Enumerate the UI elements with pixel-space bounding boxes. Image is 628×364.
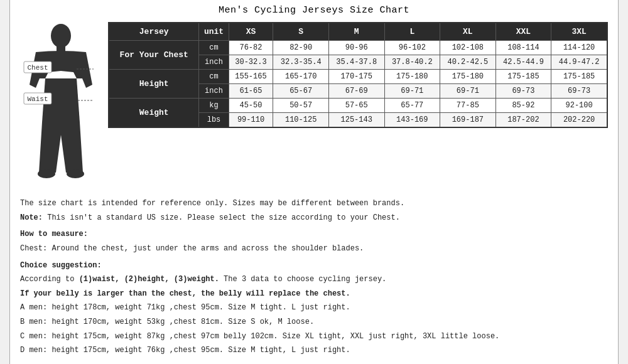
page-title: Men's Cycling Jerseys Size Chart [20, 5, 608, 16]
examples-container: A men: height 178cm, weight 71kg ,chest … [20, 302, 608, 356]
data-cell-l: 96-102 [384, 41, 440, 55]
main-container: Men's Cycling Jerseys Size Chart [9, 0, 619, 364]
data-cell-xl: 102-108 [440, 41, 496, 55]
choice-text1: According to (1)waist, (2)height, (3)wei… [20, 275, 219, 284]
size-chart-table: Jersey unit XS S M L XL XXL 3XL For Your… [108, 22, 608, 128]
unit-cell: kg [199, 99, 229, 113]
data-cell-xxl: 187-202 [495, 113, 551, 128]
data-cell-xs: 76-82 [229, 41, 273, 55]
data-cell-xl: 40.2-42.5 [440, 55, 496, 70]
row-label-1: Height [109, 70, 199, 99]
col-header-l: L [384, 23, 440, 41]
col-header-xs: XS [229, 23, 273, 41]
choice-text1b: The 3 data to choose cycling jersey. [219, 275, 386, 284]
example-0: A men: height 178cm, weight 71kg ,chest … [20, 302, 608, 314]
col-header-s: S [273, 23, 329, 41]
data-cell-m: 170-175 [328, 70, 384, 84]
how-text: Chest: Around the chest, just under the … [20, 243, 608, 255]
row-label-0: For Your Chest [109, 41, 199, 70]
data-cell-xxxl: 44.9-47.2 [551, 55, 607, 70]
table-row: Heightcm155-165165-170170-175175-180175-… [109, 70, 607, 84]
data-cell-xxxl: 202-220 [551, 113, 607, 128]
data-cell-xs: 45-50 [229, 99, 273, 113]
note-line: Note: This isn't a standard US size. Ple… [20, 212, 608, 224]
col-header-3xl: 3XL [551, 23, 607, 41]
data-cell-xxxl: 69-73 [551, 84, 607, 99]
data-cell-xxl: 108-114 [495, 41, 551, 55]
data-cell-xs: 30-32.3 [229, 55, 273, 70]
svg-point-2 [38, 169, 55, 178]
data-cell-xl: 175-180 [440, 70, 496, 84]
table-row: For Your Chestcm76-8282-9090-9696-102102… [109, 41, 607, 55]
figure-area: Chest Waist [20, 22, 102, 191]
data-cell-m: 125-143 [328, 113, 384, 128]
data-cell-l: 175-180 [384, 70, 440, 84]
svg-text:Chest: Chest [27, 64, 48, 72]
data-cell-s: 82-90 [273, 41, 329, 55]
data-cell-s: 165-170 [273, 70, 329, 84]
data-cell-xs: 155-165 [229, 70, 273, 84]
data-cell-l: 37.8-40.2 [384, 55, 440, 70]
data-cell-l: 69-71 [384, 84, 440, 99]
data-cell-xl: 169-187 [440, 113, 496, 128]
data-cell-xxl: 85-92 [495, 99, 551, 113]
col-header-unit: unit [199, 23, 229, 41]
data-cell-l: 65-77 [384, 99, 440, 113]
row-label-2: Weight [109, 99, 199, 128]
table-area: Jersey unit XS S M L XL XXL 3XL For Your… [108, 22, 608, 128]
svg-text:Waist: Waist [27, 95, 48, 103]
main-content: Chest Waist Jersey unit XS S M L XL [20, 22, 608, 191]
data-cell-l: 143-169 [384, 113, 440, 128]
body-silhouette: Chest Waist [23, 22, 99, 191]
unit-cell: cm [199, 70, 229, 84]
data-cell-s: 65-67 [273, 84, 329, 99]
choice-text2: If your belly is larger than the chest, … [20, 288, 608, 300]
example-3: D men: height 175cm, weight 76kg ,chest … [20, 345, 608, 356]
data-cell-s: 32.3-35.4 [273, 55, 329, 70]
data-cell-m: 67-69 [328, 84, 384, 99]
data-cell-xs: 61-65 [229, 84, 273, 99]
example-2: C men: height 175cm, weight 87kg ,chest … [20, 331, 608, 343]
data-cell-xl: 77-85 [440, 99, 496, 113]
col-header-xl: XL [440, 23, 496, 41]
table-row: Weightkg45-5050-5757-6565-7777-8585-9292… [109, 99, 607, 113]
data-cell-xxxl: 175-185 [551, 70, 607, 84]
data-cell-xxxl: 114-120 [551, 41, 607, 55]
svg-point-3 [67, 169, 84, 178]
col-header-xxl: XXL [495, 23, 551, 41]
data-cell-m: 57-65 [328, 99, 384, 113]
data-cell-xxxl: 92-100 [551, 99, 607, 113]
notes-area: The size chart is intended for reference… [20, 198, 608, 356]
how-label: How to measure: [20, 228, 608, 240]
col-header-m: M [328, 23, 384, 41]
col-header-jersey: Jersey [109, 23, 199, 41]
note-label: Note: [20, 213, 43, 222]
unit-cell: cm [199, 41, 229, 55]
data-cell-xl: 69-71 [440, 84, 496, 99]
data-cell-s: 50-57 [273, 99, 329, 113]
svg-point-0 [51, 24, 71, 48]
choice-line1: According to (1)waist, (2)height, (3)wei… [20, 274, 608, 286]
data-cell-xxl: 42.5-44.9 [495, 55, 551, 70]
example-1: B men: height 170cm, weight 53kg ,chest … [20, 316, 608, 328]
unit-cell: lbs [199, 113, 229, 128]
choice-label: Choice suggestion: [20, 260, 608, 272]
data-cell-m: 35.4-37.8 [328, 55, 384, 70]
data-cell-xxl: 175-185 [495, 70, 551, 84]
note-text: This isn't a standard US size. Please se… [43, 213, 400, 222]
data-cell-xxl: 69-73 [495, 84, 551, 99]
unit-cell: inch [199, 84, 229, 99]
ref-text: The size chart is intended for reference… [20, 198, 608, 210]
data-cell-xs: 99-110 [229, 113, 273, 128]
unit-cell: inch [199, 55, 229, 70]
data-cell-s: 110-125 [273, 113, 329, 128]
data-cell-m: 90-96 [328, 41, 384, 55]
table-header-row: Jersey unit XS S M L XL XXL 3XL [109, 23, 607, 41]
